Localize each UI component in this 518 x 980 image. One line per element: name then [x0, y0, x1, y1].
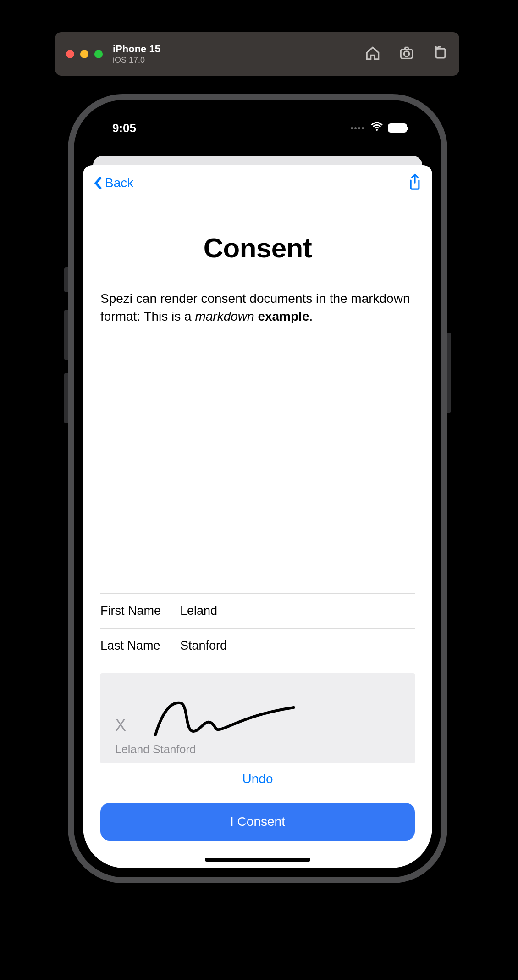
consent-sheet: Back Consent Spezi can render consent do… — [83, 165, 432, 868]
last-name-row: Last Name Stanford — [100, 628, 415, 663]
signature-stroke — [147, 688, 303, 739]
side-button — [447, 333, 451, 413]
signature-x-mark: X — [115, 716, 126, 735]
phone-screen: 9:05 Back — [83, 109, 432, 868]
svg-rect-2 — [436, 49, 445, 58]
simulator-os-version: iOS 17.0 — [113, 55, 365, 66]
battery-icon — [388, 123, 407, 133]
window-minimize-button[interactable] — [80, 50, 88, 58]
svg-point-3 — [376, 128, 378, 130]
side-button — [64, 310, 68, 360]
phone-frame: 9:05 Back — [68, 94, 447, 883]
status-time: 9:05 — [112, 121, 136, 135]
first-name-row: First Name Leland — [100, 593, 415, 628]
last-name-label: Last Name — [100, 639, 174, 653]
simulator-toolbar — [365, 45, 448, 63]
window-traffic-lights — [66, 50, 103, 58]
wifi-icon — [370, 120, 383, 136]
screenshot-icon[interactable] — [399, 45, 414, 63]
back-label: Back — [105, 176, 133, 190]
last-name-field[interactable]: Stanford — [180, 639, 415, 653]
chevron-left-icon — [93, 176, 103, 190]
consent-body: Spezi can render consent documents in th… — [100, 290, 415, 325]
nav-bar: Back — [83, 165, 432, 201]
back-button[interactable]: Back — [93, 176, 133, 190]
cellular-dots-icon — [351, 127, 364, 129]
svg-point-1 — [404, 51, 409, 56]
simulator-window-chrome: iPhone 15 iOS 17.0 — [55, 32, 459, 76]
signature-printed-name: Leland Stanford — [115, 743, 400, 756]
side-button — [64, 373, 68, 423]
side-button — [64, 267, 68, 292]
first-name-field[interactable]: Leland — [180, 604, 415, 618]
undo-button[interactable]: Undo — [100, 772, 415, 786]
simulator-title-block: iPhone 15 iOS 17.0 — [113, 43, 365, 66]
share-button[interactable] — [408, 173, 422, 193]
simulator-device-name: iPhone 15 — [113, 43, 365, 56]
home-icon[interactable] — [365, 45, 380, 63]
consent-button[interactable]: I Consent — [100, 803, 415, 841]
share-icon — [408, 173, 422, 191]
body-bold-word: example — [258, 309, 309, 323]
signature-box: X Leland Stanford — [100, 673, 415, 763]
page-title: Consent — [100, 232, 415, 264]
window-zoom-button[interactable] — [94, 50, 103, 58]
window-close-button[interactable] — [66, 50, 74, 58]
first-name-label: First Name — [100, 604, 174, 618]
home-indicator[interactable] — [205, 858, 310, 862]
signature-input[interactable]: X — [115, 684, 400, 739]
rotate-icon[interactable] — [433, 45, 448, 63]
dynamic-island — [212, 120, 303, 144]
body-italic-word: markdown — [195, 309, 254, 323]
